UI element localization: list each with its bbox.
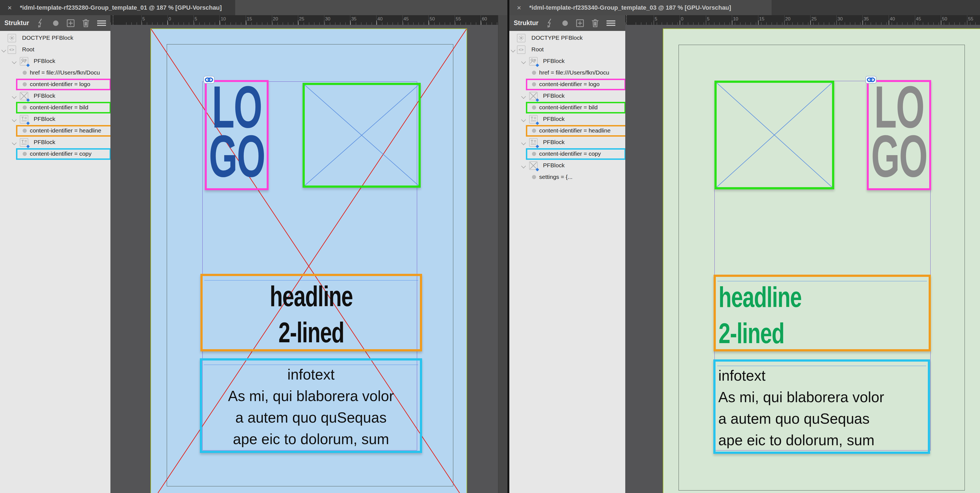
- structure-element-row[interactable]: PFBlock: [509, 113, 625, 125]
- add-icon[interactable]: [576, 19, 584, 27]
- attribute-bullet-icon: [532, 152, 536, 156]
- structure-attribute-row[interactable]: content-identifier = headline: [509, 125, 625, 137]
- image-placeholder-icon: [530, 92, 537, 100]
- image-placeholder-frame[interactable]: [302, 83, 421, 188]
- panel-toolbar: [37, 19, 106, 28]
- add-icon[interactable]: [67, 19, 75, 27]
- logo-frame[interactable]: LOGO: [205, 80, 269, 190]
- structure-attribute-row[interactable]: content-identifier = bild: [509, 102, 625, 113]
- structure-element-row[interactable]: DOCTYPE PFBlock: [509, 32, 625, 44]
- ruler-corner: [626, 15, 636, 25]
- chevron-down-icon[interactable]: [521, 94, 526, 99]
- record-icon[interactable]: [52, 20, 59, 27]
- structure-attribute-row[interactable]: content-identifier = headline: [0, 125, 110, 137]
- structure-element-row[interactable]: PFBlock: [0, 113, 110, 125]
- structure-element-row[interactable]: PFBlock: [0, 90, 110, 102]
- structure-element-row[interactable]: DOCTYPE PFBlock: [0, 32, 110, 44]
- structure-attribute-row[interactable]: content-identifier = copy: [509, 148, 625, 160]
- structure-element-row[interactable]: PFBlock: [0, 56, 110, 67]
- ruler-number: 10: [221, 16, 226, 22]
- menu-icon[interactable]: [606, 20, 616, 27]
- headline-frame[interactable]: headline2-lined: [714, 275, 931, 351]
- structure-element-row[interactable]: PFBlock: [509, 137, 625, 148]
- vertical-scrollbar[interactable]: [498, 15, 508, 493]
- copy-frame[interactable]: infotextAs mi, qui blaborera volora aute…: [713, 359, 930, 454]
- image-placeholder-icon: [530, 162, 537, 170]
- ruler-number: 20: [785, 16, 791, 22]
- headline-frame[interactable]: headline2-lined: [200, 274, 422, 351]
- headline-text: headline2-lined: [719, 279, 802, 351]
- document-tab[interactable]: × *idml-template-rf235280-Group_template…: [0, 0, 235, 15]
- chevron-down-icon[interactable]: [511, 48, 515, 52]
- structure-attribute-row[interactable]: settings = {...: [509, 172, 625, 183]
- text-block-icon: [530, 138, 537, 146]
- ruler-major-tick: [758, 21, 759, 25]
- chevron-down-icon[interactable]: [12, 140, 17, 145]
- ruler-major-tick: [837, 21, 837, 25]
- structure-element-row[interactable]: <>Root: [0, 44, 110, 56]
- structure-attribute-row[interactable]: href = file:///Users/fkn/Docu: [509, 67, 625, 79]
- close-icon[interactable]: ×: [515, 4, 523, 11]
- node-label: Root: [22, 46, 34, 53]
- ruler-major-tick: [941, 21, 941, 25]
- ruler-major-tick: [862, 21, 863, 25]
- attribute-label: href = file:///Users/fkn/Docu: [30, 69, 100, 76]
- image-placeholder-frame[interactable]: [714, 81, 834, 189]
- page-template-03[interactable]: LOGO headline2-lined infotextAs mi, qui …: [663, 29, 980, 493]
- zap-icon[interactable]: [37, 19, 45, 28]
- node-icon: [529, 57, 538, 65]
- structure-attribute-row[interactable]: content-identifier = logo: [0, 79, 110, 90]
- chevron-down-icon[interactable]: [2, 48, 6, 52]
- chevron-down-icon[interactable]: [521, 140, 526, 145]
- pasteboard[interactable]: LOGO headline2-lined infotextAs mi, qui …: [625, 25, 980, 493]
- attribute-bullet-icon: [532, 71, 536, 75]
- link-icon[interactable]: [865, 76, 877, 84]
- ruler-number: 30: [325, 16, 331, 22]
- pasteboard[interactable]: LOGO headline2-lined: [110, 25, 498, 493]
- node-icon: [529, 162, 538, 170]
- document-title: *idml-template-rf235340-Group_template_0…: [529, 4, 731, 11]
- attribute-bullet-icon: [23, 82, 27, 86]
- document-tab[interactable]: × *idml-template-rf235340-Group_template…: [509, 0, 772, 15]
- ruler-number: 5: [142, 16, 145, 22]
- structure-element-row[interactable]: PFBlock: [509, 56, 625, 67]
- ruler-major-tick: [915, 21, 915, 25]
- structure-element-row[interactable]: <>Root: [509, 44, 625, 56]
- ruler-major-tick: [246, 21, 246, 25]
- node-icon: [20, 57, 28, 65]
- structure-attribute-row[interactable]: content-identifier = bild: [0, 102, 110, 113]
- node-icon: [20, 138, 28, 146]
- document-title: *idml-template-rf235280-Group_template_0…: [20, 4, 222, 11]
- structure-attribute-row[interactable]: content-identifier = logo: [509, 79, 625, 90]
- attribute-bullet-icon: [23, 152, 27, 156]
- structure-panel: Struktur DOCTYPE PFBlock<>Root PFBlockhr…: [0, 15, 110, 493]
- close-icon[interactable]: ×: [6, 4, 13, 11]
- titlebar: × *idml-template-rf235280-Group_template…: [0, 0, 508, 15]
- page-template-01[interactable]: LOGO headline2-lined: [151, 29, 466, 493]
- node-label: PFBlock: [543, 58, 565, 64]
- structure-element-row[interactable]: PFBlock: [0, 137, 110, 148]
- chevron-down-icon[interactable]: [12, 94, 17, 99]
- structure-element-row[interactable]: PFBlock: [509, 160, 625, 172]
- logo-frame[interactable]: LOGO: [867, 80, 931, 190]
- chevron-down-icon[interactable]: [521, 117, 526, 122]
- zap-icon[interactable]: [546, 19, 554, 28]
- link-icon[interactable]: [204, 76, 215, 84]
- structure-element-row[interactable]: PFBlock: [509, 90, 625, 102]
- chevron-down-icon[interactable]: [521, 164, 526, 169]
- chevron-down-icon[interactable]: [12, 59, 17, 64]
- chevron-down-icon[interactable]: [521, 59, 526, 64]
- node-icon: [8, 34, 16, 42]
- menu-icon[interactable]: [97, 20, 106, 27]
- record-icon[interactable]: [562, 20, 569, 27]
- copy-frame[interactable]: infotextAs mi, qui blaborera volora aute…: [200, 358, 422, 453]
- panel-toolbar: [546, 19, 616, 28]
- trash-icon[interactable]: [82, 19, 90, 28]
- structure-attribute-row[interactable]: href = file:///Users/fkn/Docu: [0, 67, 110, 79]
- indesign-workspace: × *idml-template-rf235280-Group_template…: [0, 0, 980, 493]
- attribute-bullet-icon: [532, 82, 536, 86]
- structure-attribute-row[interactable]: content-identifier = copy: [0, 148, 110, 160]
- chevron-down-icon[interactable]: [12, 117, 17, 122]
- trash-icon[interactable]: [591, 19, 599, 28]
- titlebar: × *idml-template-rf235340-Group_template…: [509, 0, 980, 15]
